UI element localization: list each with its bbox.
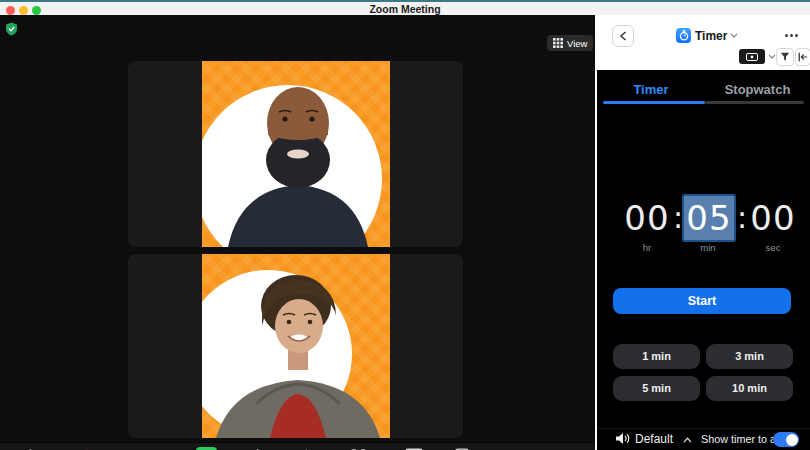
panel-more-button[interactable] (780, 27, 802, 43)
timer-panel-footer: Default Show timer to all (597, 428, 810, 450)
meeting-window-icon (746, 53, 758, 61)
preset-5min-button[interactable]: 5 min (613, 376, 700, 401)
filter-button[interactable] (776, 48, 794, 66)
preset-3min-button[interactable]: 3 min (706, 344, 793, 369)
panel-title-dropdown-chevron[interactable] (730, 33, 738, 38)
panel-title: Timer (695, 29, 727, 43)
device-chevron-up-icon[interactable] (683, 437, 692, 443)
funnel-icon (780, 52, 790, 62)
timer-app-icon (676, 28, 691, 43)
timer-minutes-field-selected[interactable]: 05 (682, 194, 736, 242)
speaker-icon[interactable] (615, 432, 630, 445)
window-title: Zoom Meeting (0, 3, 810, 15)
timer-panel-body: Timer Stopwatch 00 : 05 : 00 hr min sec … (597, 70, 810, 450)
minutes-unit-label: min (682, 242, 734, 253)
audio-device-selector[interactable]: Default (635, 432, 673, 446)
thumbnail-options-chevron[interactable] (768, 54, 776, 59)
collapse-panel-button[interactable] (795, 48, 810, 66)
view-button[interactable]: View (547, 35, 593, 51)
video-stage: View (0, 15, 595, 450)
back-button[interactable] (612, 25, 634, 47)
seconds-unit-label: sec (747, 242, 799, 253)
view-button-label: View (567, 38, 587, 49)
video-tile-participant-2[interactable] (128, 254, 463, 438)
participant-1-photo (202, 61, 390, 247)
grid-icon (553, 38, 563, 48)
preset-1min-button[interactable]: 1 min (613, 344, 700, 369)
meeting-thumbnail-button[interactable] (739, 49, 765, 64)
chevron-left-icon (619, 31, 627, 41)
tab-stopwatch[interactable]: Stopwatch (705, 82, 810, 97)
zoom-meeting-window: Zoom Meeting View (0, 0, 810, 450)
toggle-knob (786, 434, 798, 446)
tab-timer[interactable]: Timer (597, 82, 705, 97)
tab-timer-underline (603, 101, 705, 104)
show-timer-to-all-label: Show timer to all (701, 433, 781, 445)
participant-2-photo (202, 254, 390, 438)
collapse-left-icon (798, 52, 808, 62)
security-shield-icon[interactable] (5, 22, 18, 36)
meeting-toolbar: 2 (0, 442, 595, 450)
timer-seconds-field[interactable]: 00 (747, 196, 799, 240)
tab-stopwatch-underline (705, 101, 804, 104)
preset-10min-button[interactable]: 10 min (706, 376, 793, 401)
video-tile-participant-1[interactable] (128, 61, 463, 247)
start-timer-button[interactable]: Start (613, 288, 791, 314)
timer-hours-field[interactable]: 00 (621, 196, 673, 240)
show-timer-toggle[interactable] (773, 432, 799, 447)
hours-unit-label: hr (621, 242, 673, 253)
